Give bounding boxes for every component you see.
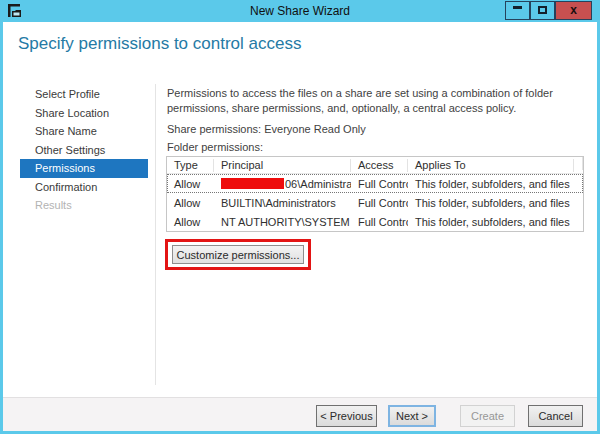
create-button: Create xyxy=(460,405,515,427)
new-share-wizard-window: New Share Wizard x Specify permissions t… xyxy=(0,0,600,434)
share-permissions-line: Share permissions: Everyone Read Only xyxy=(167,123,366,135)
step-permissions[interactable]: Permissions xyxy=(20,159,148,178)
column-header-access: Access xyxy=(351,159,408,172)
annotation-highlight-box: Customize permissions... xyxy=(165,239,311,270)
step-results: Results xyxy=(20,196,148,215)
cell-type: Allow xyxy=(167,216,214,228)
step-select-profile[interactable]: Select Profile xyxy=(20,85,148,104)
cell-access: Full Control xyxy=(351,178,408,190)
title-bar: New Share Wizard x xyxy=(0,0,600,22)
permissions-intro-text: Permissions to access the files on a sha… xyxy=(167,86,580,116)
nav-content-divider xyxy=(155,84,156,385)
minimize-icon xyxy=(513,6,522,9)
customize-permissions-button[interactable]: Customize permissions... xyxy=(172,245,304,264)
folder-permissions-table: Type Principal Access Applies To Allow 0… xyxy=(166,156,584,232)
cell-access: Full Control xyxy=(351,216,408,228)
cell-principal: 06\Administrator xyxy=(214,178,351,190)
cell-applies-to: This folder, subfolders, and files xyxy=(408,216,583,228)
maximize-icon xyxy=(538,6,547,14)
close-icon: x xyxy=(570,3,577,17)
wizard-footer: < Previous Next > Create Cancel xyxy=(3,397,597,431)
minimize-button[interactable] xyxy=(505,1,530,20)
step-share-name[interactable]: Share Name xyxy=(20,122,148,141)
page-title: Specify permissions to control access xyxy=(18,34,301,54)
table-row[interactable]: Allow NT AUTHORITY\SYSTEM Full Control T… xyxy=(167,212,583,231)
step-other-settings[interactable]: Other Settings xyxy=(20,141,148,160)
column-header-applies-to: Applies To xyxy=(408,159,574,172)
step-share-location[interactable]: Share Location xyxy=(20,104,148,123)
redaction-overlay xyxy=(221,178,284,189)
wizard-body: Specify permissions to control access Se… xyxy=(3,22,597,431)
cancel-button[interactable]: Cancel xyxy=(528,405,583,427)
cell-applies-to: This folder, subfolders, and files xyxy=(408,178,583,190)
principal-text: 06\Administrator xyxy=(285,178,351,190)
column-header-spacer xyxy=(574,157,583,170)
table-row[interactable]: Allow BUILTIN\Administrators Full Contro… xyxy=(167,193,583,212)
cell-applies-to: This folder, subfolders, and files xyxy=(408,197,583,209)
column-header-principal: Principal xyxy=(214,159,351,172)
cell-principal: NT AUTHORITY\SYSTEM xyxy=(214,216,351,228)
table-row[interactable]: Allow 06\Administrator Full Control This… xyxy=(167,174,583,193)
cell-principal: BUILTIN\Administrators xyxy=(214,197,351,209)
column-header-type: Type xyxy=(167,159,214,172)
cell-access: Full Control xyxy=(351,197,408,209)
step-confirmation[interactable]: Confirmation xyxy=(20,178,148,197)
wizard-steps-nav: Select Profile Share Location Share Name… xyxy=(20,85,148,215)
cell-type: Allow xyxy=(167,197,214,209)
maximize-button[interactable] xyxy=(530,1,555,20)
next-button[interactable]: Next > xyxy=(388,405,436,427)
previous-button[interactable]: < Previous xyxy=(316,405,377,427)
table-header-row: Type Principal Access Applies To xyxy=(167,157,583,174)
cell-type: Allow xyxy=(167,178,214,190)
folder-permissions-label: Folder permissions: xyxy=(167,141,263,153)
close-button[interactable]: x xyxy=(555,1,592,20)
